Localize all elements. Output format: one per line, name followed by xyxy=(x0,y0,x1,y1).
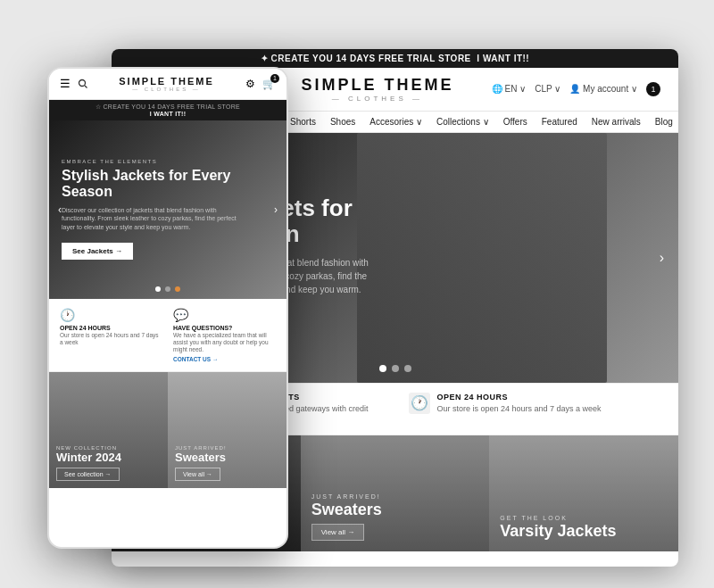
mobile-header: ☰ SIMPLE THEME — CLOTHES — ⚙ 🛒 1 xyxy=(49,69,286,100)
header-right: 🌐 EN ∨ CLP ∨ 👤 My account ∨ 1 xyxy=(492,82,660,96)
hours-icon: 🕐 xyxy=(409,393,430,414)
mobile-hero-title: Stylish Jackets for Every Season xyxy=(62,168,274,201)
mobile-hours-title: OPEN 24 HOURS xyxy=(60,325,162,331)
dot-2[interactable] xyxy=(392,365,399,372)
logo-subtitle: — CLOTHES — xyxy=(301,95,453,103)
mobile-hero-content: EMBRACE THE ELEMENTS Stylish Jackets for… xyxy=(49,148,286,270)
mobile-logo-subtitle: — CLOTHES — xyxy=(87,87,245,92)
mobile-collection-winter: NEW COLLECTION Winter 2024 See collectio… xyxy=(49,372,168,488)
mobile-logo: SIMPLE THEME — CLOTHES — xyxy=(87,76,245,92)
mobile-hero-prev-arrow[interactable]: ‹ xyxy=(58,203,62,216)
nav-accessories[interactable]: Accesories ∨ xyxy=(369,117,422,127)
mobile-hero-next-arrow[interactable]: › xyxy=(274,203,278,216)
mobile-hero-eyebrow: EMBRACE THE ELEMENTS xyxy=(62,159,274,164)
mobile-contact-link[interactable]: CONTACT US → xyxy=(173,356,276,362)
language-selector[interactable]: 🌐 EN ∨ xyxy=(492,84,526,94)
mobile-dot-2[interactable] xyxy=(165,286,170,292)
collection-sweaters: JUST ARRIVED! Sweaters View all → xyxy=(301,435,490,551)
collection-sweaters-content: JUST ARRIVED! Sweaters View all → xyxy=(311,493,382,541)
mobile-feature-questions: 💬 HAVE QUESTIONS? We have a specialized … xyxy=(173,308,276,362)
collection-varsity-content: GET THE LOOK Varsity Jackets xyxy=(500,515,616,541)
mobile-settings-icon[interactable]: ⚙ xyxy=(245,78,255,90)
nav-new-arrivals[interactable]: New arrivals xyxy=(592,117,641,127)
mobile-hero-desc: Discover our collection of jackets that … xyxy=(62,206,240,232)
mobile-cart-count: 1 xyxy=(270,74,279,83)
mobile-hamburger-icon[interactable]: ☰ xyxy=(60,77,71,90)
nav-offers[interactable]: Offers xyxy=(503,117,527,127)
feature-hours-desc: Our store is open 24 hours and 7 days a … xyxy=(437,403,602,415)
nav-featured[interactable]: Featured xyxy=(542,117,577,127)
collection-varsity: GET THE LOOK Varsity Jackets xyxy=(489,435,678,551)
feature-hours-text: OPEN 24 HOURS Our store is open 24 hours… xyxy=(437,393,602,415)
nav-collections[interactable]: Collections ∨ xyxy=(436,117,489,127)
mobile-right-icons: ⚙ 🛒 1 xyxy=(245,78,276,90)
site-logo: SIMPLE THEME — CLOTHES — xyxy=(301,76,453,103)
announcement-cta[interactable]: I WANT IT!! xyxy=(477,54,529,63)
dot-1[interactable] xyxy=(379,365,386,372)
mobile-features: 🕐 OPEN 24 HOURS Our store is open 24 hou… xyxy=(49,299,286,372)
mobile-hours-desc: Our store is open 24 hours and 7 days a … xyxy=(60,332,162,347)
mobile-questions-icon: 💬 xyxy=(173,308,276,322)
dot-3[interactable] xyxy=(404,365,411,372)
collection-sweaters-eyebrow: JUST ARRIVED! xyxy=(311,493,382,500)
currency-selector[interactable]: CLP ∨ xyxy=(535,84,560,94)
mobile-search-icon[interactable] xyxy=(78,76,87,92)
collection-sweaters-name: Sweaters xyxy=(311,501,382,519)
feature-hours-title: OPEN 24 HOURS xyxy=(437,393,602,402)
collection-varsity-eyebrow: GET THE LOOK xyxy=(500,515,616,521)
mobile-dot-1[interactable] xyxy=(155,286,161,292)
mobile-announcement-text: ☆ CREATE YOU 14 DAYS FREE TRIAL STORE xyxy=(95,104,240,110)
nav-shoes[interactable]: Shoes xyxy=(330,117,355,127)
mobile-hero-dots xyxy=(155,286,180,292)
mobile-dot-3[interactable] xyxy=(175,286,180,292)
mobile-col-winter-eyebrow: NEW COLLECTION xyxy=(56,445,121,451)
mobile-announcement-cta[interactable]: I WANT IT!! xyxy=(53,111,283,117)
account-menu[interactable]: 👤 My account ∨ xyxy=(569,84,637,94)
mobile-questions-desc: We have a specialized team that will ass… xyxy=(173,332,276,354)
nav-blog[interactable]: Blog xyxy=(655,117,673,127)
logo-title: SIMPLE THEME xyxy=(301,76,453,95)
mobile-left-icons: ☰ xyxy=(60,76,87,92)
hero-dots xyxy=(379,365,411,372)
mobile-hours-icon: 🕐 xyxy=(60,308,162,322)
mobile-announcement: ☆ CREATE YOU 14 DAYS FREE TRIAL STORE I … xyxy=(49,100,286,120)
collection-sweaters-button[interactable]: View all → xyxy=(311,524,365,541)
hero-next-arrow[interactable]: › xyxy=(660,250,664,266)
mobile-collection-sweaters: JUST ARRIVED! Sweaters View all → xyxy=(168,372,286,488)
announcement-text: ✦ CREATE YOU 14 DAYS FREE TRIAL STORE xyxy=(261,54,471,63)
announcement-bar: ✦ CREATE YOU 14 DAYS FREE TRIAL STORE I … xyxy=(112,49,678,68)
collection-varsity-name: Varsity Jackets xyxy=(500,523,616,541)
mobile-frame: ☰ SIMPLE THEME — CLOTHES — ⚙ 🛒 1 xyxy=(47,67,288,549)
mobile-collections: NEW COLLECTION Winter 2024 See collectio… xyxy=(49,372,286,488)
mobile-cart-icon[interactable]: 🛒 1 xyxy=(262,78,276,90)
svg-point-2 xyxy=(79,79,86,86)
mobile-col-winter-content: NEW COLLECTION Winter 2024 See collectio… xyxy=(56,445,121,481)
mobile-col-winter-button[interactable]: See collection → xyxy=(56,468,120,481)
mobile-logo-title: SIMPLE THEME xyxy=(87,76,245,87)
feature-hours: 🕐 OPEN 24 HOURS Our store is open 24 hou… xyxy=(409,393,652,426)
mobile-col-sweaters-name: Sweaters xyxy=(175,451,227,464)
mobile-col-sweaters-content: JUST ARRIVED! Sweaters View all → xyxy=(175,445,227,481)
mobile-col-sweaters-button[interactable]: View all → xyxy=(175,468,220,481)
mobile-feature-hours: 🕐 OPEN 24 HOURS Our store is open 24 hou… xyxy=(60,308,162,362)
cart-badge[interactable]: 1 xyxy=(646,82,660,96)
mobile-hero: EMBRACE THE ELEMENTS Stylish Jackets for… xyxy=(49,120,286,299)
mobile-hero-button[interactable]: See Jackets → xyxy=(62,243,133,260)
mobile-col-winter-name: Winter 2024 xyxy=(56,451,121,464)
mobile-questions-title: HAVE QUESTIONS? xyxy=(173,325,276,331)
mobile-col-sweaters-eyebrow: JUST ARRIVED! xyxy=(175,445,227,451)
